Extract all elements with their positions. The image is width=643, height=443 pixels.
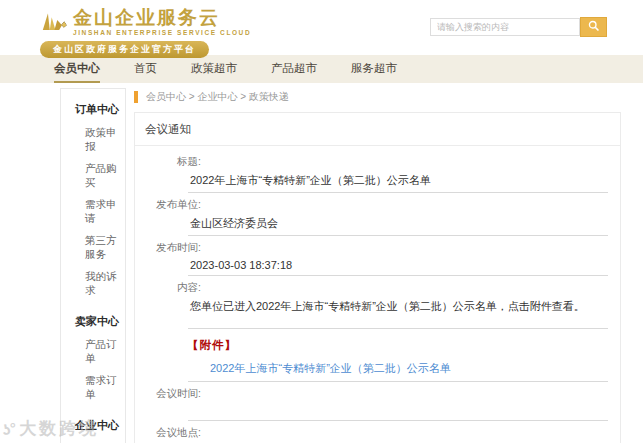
logo-badge: 金山区政府服务企业官方平台 [40,41,209,58]
field-label-publisher: 发布单位: [143,193,201,214]
field-label-meeting-time: 会议时间: [143,382,201,403]
logo-sail-icon [40,5,68,38]
sidebar-section-enterprise-center: 企业中心 [61,413,125,438]
attachment-link[interactable]: 2022年上海市“专精特新”企业（第二批）公示名单 [210,362,451,374]
sidebar-section-seller-center: 卖家中心 [61,309,125,334]
sidebar-item-third-party-service[interactable]: 第三方服务 [61,230,125,266]
sidebar-item-product-purchase[interactable]: 产品购买 [61,158,125,194]
main-area: 订单中心 政策申报 产品购买 需求申请 第三方服务 我的诉求 卖家中心 产品订单… [0,83,643,443]
sidebar: 订单中心 政策申报 产品购买 需求申请 第三方服务 我的诉求 卖家中心 产品订单… [60,88,126,443]
breadcrumb-text: 会员中心 > 企业中心 > 政策快递 [146,90,289,104]
field-value-publisher: 金山区经济委员会 [188,214,608,236]
sidebar-item-product-orders[interactable]: 产品订单 [61,334,125,370]
attachment-row: 2022年上海市“专精特新”企业（第二批）公示名单 [188,356,608,382]
sidebar-section-orders: 订单中心 [61,97,125,122]
search-input[interactable] [430,18,580,36]
field-label-publish-time: 发布时间: [143,236,201,257]
search-icon [588,20,600,35]
attachment-header: 【附件】 [187,329,608,356]
logo-title: 金山企业服务云 [73,8,251,28]
nav-item-home[interactable]: 首页 [134,55,157,83]
sidebar-item-my-appeals[interactable]: 我的诉求 [61,266,125,302]
notice-panel: 会议通知 标题: 2022年上海市“专精特新”企业（第二批）公示名单 发布单位:… [134,112,621,443]
search-bar [430,17,607,37]
field-value-title: 2022年上海市“专精特新”企业（第二批）公示名单 [188,171,608,193]
nav-item-member-center[interactable]: 会员中心 [54,55,100,83]
content-area: 会员中心 > 企业中心 > 政策快递 会议通知 标题: 2022年上海市“专精特… [134,90,621,443]
sidebar-item-demand-orders[interactable]: 需求订单 [61,370,125,406]
field-value-meeting-time [188,403,608,421]
field-value-publish-time: 2023-03-03 18:37:18 [188,257,608,276]
field-label-meeting-place: 会议地点: [143,421,201,442]
field-value-content: 您单位已进入2022年上海市“专精特新”企业（第二批）公示名单，点击附件查看。 [188,297,608,329]
logo: 金山企业服务云 JINSHAN ENTERPRISE SERVICE CLOUD… [40,5,251,58]
nav-item-service-market[interactable]: 服务超市 [351,55,397,83]
panel-title: 会议通知 [135,113,620,146]
nav-item-product-market[interactable]: 产品超市 [271,55,317,83]
page: 金山企业服务云 JINSHAN ENTERPRISE SERVICE CLOUD… [0,0,643,443]
field-label-title: 标题: [143,150,201,171]
breadcrumb: 会员中心 > 企业中心 > 政策快递 [134,90,621,104]
search-button[interactable] [580,17,607,37]
sidebar-item-enterprise-info[interactable]: 企业信息 [61,438,125,443]
sidebar-item-demand-apply[interactable]: 需求申请 [61,194,125,230]
breadcrumb-bar-icon [134,91,138,103]
sidebar-item-policy-declare[interactable]: 政策申报 [61,122,125,158]
logo-subtitle: JINSHAN ENTERPRISE SERVICE CLOUD [73,29,251,36]
nav-item-policy-market[interactable]: 政策超市 [191,55,237,83]
header: 金山企业服务云 JINSHAN ENTERPRISE SERVICE CLOUD… [0,0,643,55]
main-nav: 会员中心 首页 政策超市 产品超市 服务超市 [0,55,643,83]
field-label-content: 内容: [143,276,201,297]
